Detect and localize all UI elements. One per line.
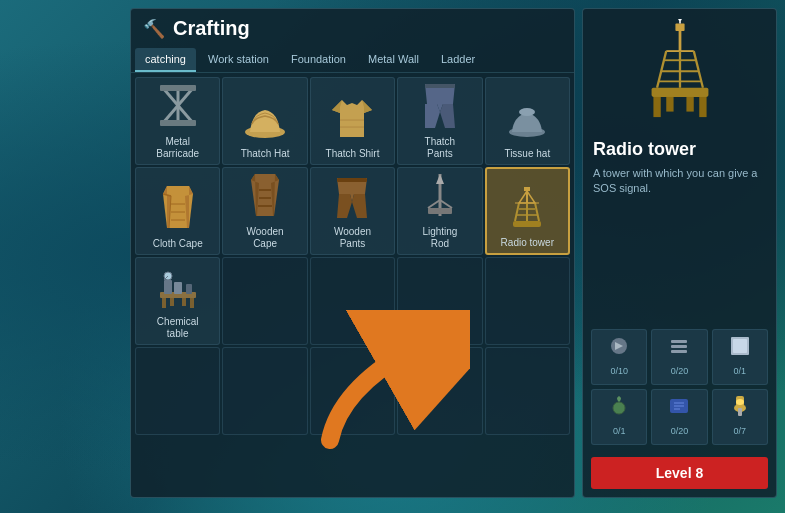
svg-point-59 [678, 19, 682, 21]
detail-panel: Radio tower A tower with which you can g… [582, 8, 777, 498]
wooden-pants-label: WoodenPants [334, 226, 371, 250]
tab-ladder[interactable]: Ladder [431, 48, 485, 72]
tissue-hat-icon [507, 102, 547, 146]
material-6-icon [728, 394, 752, 424]
empty-cell-7 [310, 347, 395, 435]
radio-tower-label: Radio tower [501, 237, 554, 249]
material-4-icon [607, 394, 631, 424]
svg-marker-20 [436, 174, 444, 184]
svg-rect-32 [513, 221, 541, 227]
svg-rect-61 [671, 340, 687, 343]
svg-rect-8 [425, 84, 455, 88]
empty-cell-8 [397, 347, 482, 435]
empty-cell-3 [397, 257, 482, 345]
material-2-icon [667, 334, 691, 364]
radio-tower-item-icon [507, 185, 547, 235]
item-radio-tower[interactable]: Radio tower [485, 167, 570, 255]
material-4-count: 0/1 [613, 426, 626, 436]
tab-workstation[interactable]: Work station [198, 48, 279, 72]
item-wooden-pants[interactable]: WoodenPants [310, 167, 395, 255]
tab-catching[interactable]: catching [135, 48, 196, 72]
material-slot-6: 0/7 [712, 389, 768, 445]
chemical-table-label: Chemicaltable [157, 316, 199, 340]
material-slot-4: 0/1 [591, 389, 647, 445]
metal-barricade-icon [158, 83, 198, 134]
svg-rect-63 [671, 350, 687, 353]
svg-line-28 [535, 203, 539, 221]
svg-rect-36 [190, 298, 194, 308]
item-cloth-cape[interactable]: Cloth Cape [135, 167, 220, 255]
panel-title: Crafting [173, 17, 250, 40]
svg-rect-40 [174, 282, 182, 294]
svg-line-22 [428, 200, 440, 208]
svg-rect-18 [337, 178, 367, 182]
material-slot-1: 0/10 [591, 329, 647, 385]
thatch-pants-label: ThatchPants [425, 136, 456, 160]
item-metal-barricade[interactable]: MetalBarricade [135, 77, 220, 165]
metal-barricade-label: MetalBarricade [156, 136, 199, 160]
tab-metalwall[interactable]: Metal Wall [358, 48, 429, 72]
svg-rect-39 [164, 280, 172, 294]
item-thatch-shirt[interactable]: Thatch Shirt [310, 77, 395, 165]
svg-rect-62 [671, 345, 687, 348]
thatch-hat-icon [244, 102, 286, 146]
tissue-hat-label: Tissue hat [504, 148, 550, 160]
thatch-pants-icon [421, 82, 459, 134]
svg-rect-74 [738, 408, 742, 416]
svg-rect-53 [651, 88, 708, 97]
empty-cell-5 [135, 347, 220, 435]
empty-cell-2 [310, 257, 395, 345]
material-5-count: 0/20 [671, 426, 689, 436]
thatch-shirt-icon [332, 95, 372, 146]
item-lighting-rod[interactable]: LightingRod [397, 167, 482, 255]
svg-rect-54 [653, 97, 660, 117]
item-chemical-table[interactable]: Chemicaltable [135, 257, 220, 345]
item-thatch-pants[interactable]: ThatchPants [397, 77, 482, 165]
svg-rect-65 [733, 339, 747, 353]
crafting-panel: 🔨 Crafting catching Work station Foundat… [130, 8, 575, 498]
svg-rect-55 [699, 97, 706, 117]
svg-rect-43 [186, 284, 192, 294]
svg-rect-3 [160, 85, 196, 91]
detail-item-name: Radio tower [583, 139, 776, 166]
svg-point-66 [613, 402, 625, 414]
svg-rect-35 [162, 298, 166, 308]
empty-cell-4 [485, 257, 570, 345]
wooden-cape-icon [244, 172, 286, 224]
svg-rect-37 [170, 298, 174, 306]
material-slot-5: 0/20 [651, 389, 707, 445]
lighting-rod-label: LightingRod [422, 226, 457, 250]
cloth-cape-label: Cloth Cape [153, 238, 203, 250]
detail-item-description: A tower with which you can give a SOS si… [583, 166, 776, 321]
material-2-count: 0/20 [671, 366, 689, 376]
materials-grid: 0/10 0/20 0/1 [583, 321, 776, 453]
chemical-table-icon [156, 264, 200, 314]
item-preview-area [583, 9, 776, 139]
radio-tower-preview-icon [635, 19, 725, 129]
tabs-bar: catching Work station Foundation Metal W… [131, 48, 574, 73]
lighting-rod-icon [422, 172, 458, 224]
material-5-icon [667, 394, 691, 424]
svg-line-23 [440, 200, 452, 208]
svg-rect-57 [686, 97, 693, 112]
svg-rect-44 [675, 24, 684, 31]
material-1-count: 0/10 [610, 366, 628, 376]
tab-foundation[interactable]: Foundation [281, 48, 356, 72]
svg-point-10 [519, 108, 535, 116]
svg-rect-56 [666, 97, 673, 112]
svg-line-27 [515, 203, 519, 221]
material-3-count: 0/1 [734, 366, 747, 376]
items-grid: MetalBarricade Thatch Hat [131, 73, 574, 481]
empty-cell-9 [485, 347, 570, 435]
material-1-icon [607, 334, 631, 364]
material-3-icon [728, 334, 752, 364]
item-wooden-cape[interactable]: WoodenCape [222, 167, 307, 255]
wooden-cape-label: WoodenCape [247, 226, 284, 250]
wooden-pants-icon [332, 174, 372, 224]
item-thatch-hat[interactable]: Thatch Hat [222, 77, 307, 165]
thatch-shirt-label: Thatch Shirt [326, 148, 380, 160]
cloth-cape-icon [157, 184, 199, 236]
panel-header: 🔨 Crafting [131, 9, 574, 48]
svg-rect-38 [182, 298, 186, 306]
item-tissue-hat[interactable]: Tissue hat [485, 77, 570, 165]
